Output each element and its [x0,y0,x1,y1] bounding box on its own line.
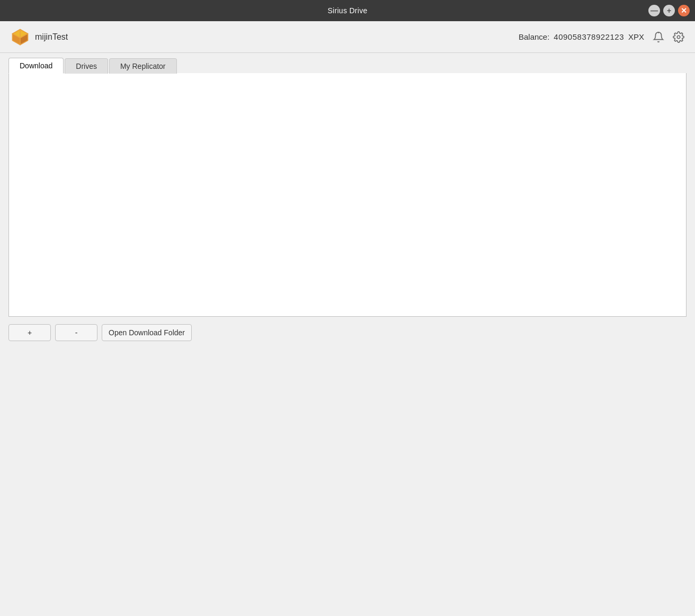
tab-download[interactable]: Download [8,58,64,74]
notifications-button[interactable] [653,31,664,43]
username-label: mijinTest [35,32,68,42]
balance-currency: XPX [628,32,644,41]
main-window: mijinTest Balance: 409058378922123 XPX [0,21,695,616]
close-button[interactable]: ✕ [678,5,690,16]
settings-button[interactable] [673,31,684,43]
minimize-button[interactable]: — [648,5,660,16]
add-button[interactable]: + [8,324,51,341]
open-download-folder-button[interactable]: Open Download Folder [102,324,192,341]
bell-icon [653,31,664,43]
svg-point-6 [677,35,680,39]
content-area: + - Open Download Folder [0,73,695,616]
maximize-button[interactable]: + [663,5,675,16]
header: mijinTest Balance: 409058378922123 XPX [0,21,695,53]
balance-label: Balance: [519,32,549,41]
download-panel [8,73,687,317]
window-title: Sirius Drive [327,6,367,15]
tab-my-replicator[interactable]: My Replicator [109,58,177,74]
tab-drives[interactable]: Drives [65,58,108,74]
balance-area: Balance: 409058378922123 XPX [519,32,644,41]
cube-icon [11,28,30,47]
window-controls: — + ✕ [648,5,690,16]
tab-bar: Download Drives My Replicator [0,53,695,73]
logo-area: mijinTest [11,28,68,47]
header-right: Balance: 409058378922123 XPX [519,31,684,43]
remove-button[interactable]: - [55,324,97,341]
gear-icon [673,31,684,43]
balance-value: 409058378922123 [554,32,624,41]
title-bar: Sirius Drive — + ✕ [0,0,695,21]
bottom-toolbar: + - Open Download Folder [8,317,687,341]
